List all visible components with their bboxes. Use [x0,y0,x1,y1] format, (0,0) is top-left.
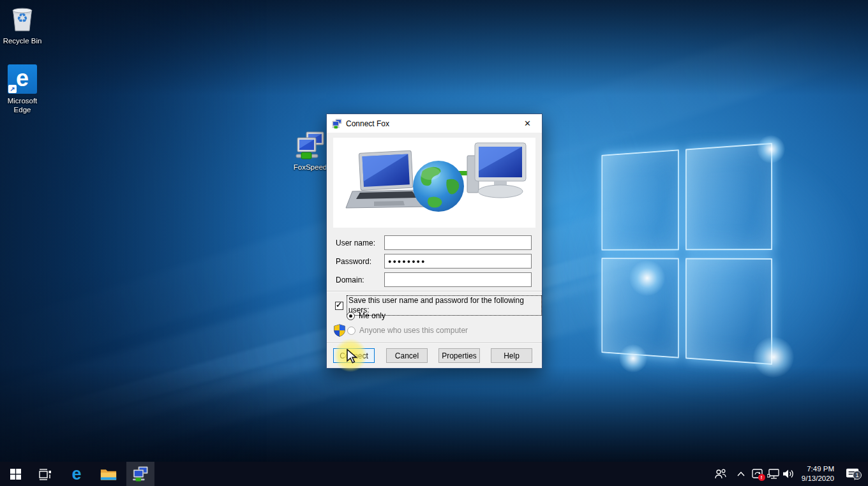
close-icon[interactable]: ✕ [513,114,542,133]
security-tray-button[interactable]: ! [748,462,766,486]
anyone-radio[interactable]: Anyone who uses this computer [333,324,468,337]
edge-letter: e [16,67,29,90]
domain-label: Domain: [336,276,364,284]
clock-time: 7:49 PM [807,464,834,474]
start-button[interactable] [1,462,29,486]
separator [327,291,542,292]
checkbox-check-icon: ✓ [336,300,342,309]
username-label: User name: [336,239,375,247]
desktop-icon-microsoft-edge[interactable]: e ↗ Microsoft Edge [1,64,43,115]
password-label: Password: [336,257,371,266]
me-only-radio[interactable]: Me only [347,311,385,320]
ethernet-icon [767,469,779,480]
recycle-bin-icon: ♻ [1,4,43,34]
cancel-button[interactable]: Cancel [386,348,428,363]
dialog-titlebar[interactable]: Connect Fox ✕ [327,114,542,133]
checkbox[interactable]: ✓ [335,302,343,310]
windows-logo-pane [685,143,772,250]
windows-start-icon [10,469,21,480]
me-only-label: Me only [359,311,385,320]
recycle-arrows-icon: ♻ [17,10,28,26]
people-icon [714,468,727,480]
light-spark [619,344,647,372]
light-spark [753,337,794,378]
edge-icon: e [71,466,81,483]
separator [327,342,542,344]
dialog-title: Connect Fox [346,119,389,128]
uac-shield-icon [333,324,346,337]
light-spark [757,135,785,163]
speaker-icon [782,469,795,479]
anyone-label: Anyone who uses this computer [359,326,468,335]
task-view-button[interactable] [31,462,59,486]
action-center-button[interactable]: 1 [840,462,865,486]
help-button[interactable]: Help [491,348,532,363]
desktop-icon-label: Microsoft Edge [1,96,43,115]
file-explorer-icon [100,468,117,481]
chevron-up-icon [737,471,745,476]
taskbar-file-explorer-button[interactable] [94,462,123,486]
windows-logo-pane [601,149,678,250]
network-connection-icon [289,130,331,161]
desktop-icon-label: Recycle Bin [1,36,43,45]
desktop-icon-foxspeed[interactable]: FoxSpeed [289,130,331,172]
desktop-icon-recycle-bin[interactable]: ♻ Recycle Bin [1,4,43,45]
notification-count-badge: 1 [853,471,862,480]
password-field[interactable] [384,254,532,269]
radio-disabled [347,327,355,335]
shortcut-arrow-icon: ↗ [8,85,17,93]
clock-date: 9/13/2020 [802,474,834,483]
dialog-network-icon [332,119,342,129]
taskbar-edge-button[interactable]: e [63,462,91,486]
properties-button[interactable]: Properties [438,348,480,363]
connect-dialog: Connect Fox ✕ [326,114,542,369]
taskbar-clock[interactable]: 7:49 PM 9/13/2020 [793,462,834,486]
people-button[interactable] [710,462,731,486]
radio-selected[interactable] [347,312,355,320]
username-field[interactable] [384,235,532,250]
network-illustration [333,138,535,228]
edge-icon: e ↗ [8,64,37,94]
light-spark [629,260,665,296]
tray-expand-button[interactable] [733,462,749,486]
taskbar: e [0,462,868,486]
windows-logo [601,143,772,365]
taskbar-foxspeed-button[interactable] [126,462,154,486]
network-connection-icon [132,466,149,482]
connect-button[interactable]: Connect [333,348,375,363]
domain-field[interactable] [384,272,532,287]
desktop-icon-label: FoxSpeed [289,163,331,172]
task-view-icon [38,468,52,480]
